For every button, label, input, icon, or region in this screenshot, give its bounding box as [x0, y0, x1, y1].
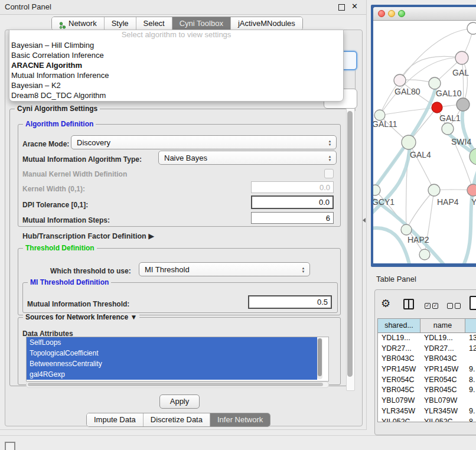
table-cell[interactable]: YIL052C — [420, 417, 465, 423]
float-window-icon[interactable] — [338, 4, 345, 11]
checked-checkboxes-icon[interactable]: ✓✓ — [425, 303, 438, 309]
algorithm-option[interactable]: Basic Correlation Inference — [9, 50, 343, 60]
table-cell[interactable]: YBL079W — [420, 396, 465, 406]
mi-steps-field[interactable]: 6 — [251, 212, 334, 224]
minimized-panel-icon[interactable] — [5, 442, 15, 450]
table-cell[interactable]: YBL079W — [378, 396, 420, 406]
tab-style[interactable]: Style — [104, 17, 136, 30]
tab-jactivemnodules[interactable]: jActiveMNodules — [230, 17, 302, 30]
unchecked-checkboxes-icon[interactable] — [447, 303, 461, 309]
table-cell[interactable]: 9. — [465, 406, 476, 417]
table-cell[interactable]: 12. — [465, 344, 476, 354]
table-cell[interactable] — [465, 354, 476, 364]
close-traffic-light-icon[interactable] — [378, 10, 385, 17]
list-hscrollbar[interactable] — [26, 381, 329, 388]
column-header[interactable]: shared... — [378, 319, 420, 332]
algorithm-option[interactable]: Mutual Information Inference — [9, 70, 343, 80]
table-cell[interactable] — [465, 396, 476, 406]
column-header[interactable]: A — [465, 319, 476, 332]
tab-network[interactable]: Network — [52, 17, 104, 30]
table-cell[interactable]: YBR045C — [378, 385, 420, 396]
table-row[interactable]: YIL052CYIL052C8. — [378, 417, 476, 423]
dpi-tolerance-field[interactable]: 0.0 — [251, 195, 334, 209]
table-cell[interactable]: 9. — [465, 364, 476, 375]
node-gcy1[interactable] — [373, 185, 380, 195]
network-window-titlebar[interactable] — [373, 7, 476, 21]
table-cell[interactable]: 9. — [465, 385, 476, 396]
apply-button[interactable]: Apply — [159, 394, 200, 409]
zoom-traffic-light-icon[interactable] — [398, 10, 405, 17]
node-gal1-red[interactable] — [432, 102, 442, 113]
node[interactable] — [442, 123, 454, 135]
manual-kernel-checkbox[interactable] — [324, 169, 334, 178]
table-cell[interactable]: YPR145W — [378, 364, 420, 375]
network-graph[interactable]: GALGAL80GAL10GAL1GAL11GAL4SWI4GCY1HAP4YH… — [373, 21, 476, 263]
table-row[interactable]: YDR27...YDR27...12. — [378, 344, 476, 354]
node-gal4[interactable] — [402, 135, 416, 149]
node-hap2[interactable] — [401, 224, 412, 235]
table-cell[interactable]: 8. — [465, 417, 476, 423]
algorithm-option[interactable]: ARACNE Algorithm — [9, 60, 343, 70]
node-salmon[interactable] — [467, 184, 476, 196]
tab-cyni-toolbox[interactable]: Cyni Toolbox — [172, 17, 230, 30]
algorithm-option[interactable]: Dream8 DC_TDC Algorithm — [9, 90, 343, 100]
columns-icon[interactable] — [403, 299, 414, 309]
aracne-mode-combo[interactable]: Discovery ▲▼ — [71, 135, 337, 149]
table-row[interactable]: YBL079WYBL079W — [378, 396, 476, 406]
table-row[interactable]: YLR345WYLR345W9. — [378, 406, 476, 417]
algorithm-option[interactable]: Bayesian – K2 — [9, 80, 343, 90]
table-cell[interactable]: 13. — [465, 333, 476, 344]
table-row[interactable]: YER054CYER054C8. — [378, 375, 476, 386]
tab-discretize-data[interactable]: Discretize Data — [143, 413, 210, 426]
table-cell[interactable]: YBR043C — [420, 354, 465, 364]
list-item[interactable]: BetweennessCentrality — [27, 358, 317, 369]
which-threshold-combo[interactable]: MI Threshold ▲▼ — [139, 262, 310, 276]
node[interactable] — [419, 249, 430, 260]
tab-select[interactable]: Select — [136, 17, 172, 30]
network-canvas[interactable]: GALGAL80GAL10GAL1GAL11GAL4SWI4GCY1HAP4YH… — [373, 21, 476, 263]
data-attributes-list[interactable]: SelfLoopsTopologicalCoefficientBetweenne… — [26, 337, 329, 381]
mi-type-combo[interactable]: Naive Bayes ▲▼ — [158, 151, 337, 165]
table-row[interactable]: YPR145WYPR145W9. — [378, 364, 476, 375]
table-cell[interactable]: YER054C — [420, 375, 465, 386]
mi-threshold-field[interactable]: 0.5 — [248, 295, 332, 309]
settings-gear-icon[interactable]: ⚙ — [381, 297, 390, 310]
node[interactable] — [467, 22, 476, 34]
table-row[interactable]: YDL19...YDL19...13. — [378, 333, 476, 344]
table-cell[interactable]: YIL052C — [378, 417, 420, 423]
list-scrollbar[interactable] — [317, 338, 322, 379]
column-header[interactable]: name — [420, 319, 465, 332]
collapse-down-icon[interactable]: ▼ — [130, 313, 137, 321]
tab-impute-data[interactable]: Impute Data — [87, 413, 143, 426]
table-cell[interactable]: 8. — [465, 375, 476, 386]
node-gray[interactable] — [457, 98, 470, 111]
node-gal80[interactable] — [394, 74, 406, 86]
kernel-width-field[interactable]: 0.0 — [251, 181, 334, 193]
table-cell[interactable]: YLR345W — [378, 406, 420, 417]
document-icon[interactable] — [470, 296, 476, 310]
table-cell[interactable]: YDR27... — [378, 344, 420, 354]
node-attribute-table[interactable]: shared...nameA YDL19...YDL19...13.YDR27.… — [377, 318, 476, 422]
table-row[interactable]: YBR045CYBR045C9. — [378, 385, 476, 396]
panel-scrollbar[interactable] — [346, 107, 355, 391]
table-cell[interactable]: YER054C — [378, 375, 420, 386]
table-cell[interactable]: YDR27... — [420, 344, 465, 354]
list-item[interactable]: SelfLoops — [27, 337, 317, 348]
table-cell[interactable]: YLR345W — [420, 406, 465, 417]
table-row[interactable]: YBR043CYBR043C — [378, 354, 476, 364]
node-gal-pink[interactable] — [455, 51, 468, 64]
splitter-collapse-icon[interactable] — [363, 218, 366, 223]
table-cell[interactable]: YDL19... — [420, 333, 465, 344]
tab-infer-network[interactable]: Infer Network — [210, 413, 270, 426]
expand-right-icon[interactable]: ▶ — [148, 231, 154, 240]
node-gal10[interactable] — [429, 77, 441, 89]
close-icon[interactable]: ✕ — [351, 2, 358, 11]
list-item[interactable]: gal4RGexp — [27, 369, 317, 380]
table-cell[interactable]: YBR043C — [378, 354, 420, 364]
hub-section-label[interactable]: Hub/Transcription Factor Definition ▶ — [22, 231, 154, 240]
table-cell[interactable]: YBR045C — [420, 385, 465, 396]
algorithm-option[interactable]: Bayesian – Hill Climbing — [9, 40, 343, 50]
list-item[interactable]: TopologicalCoefficient — [27, 348, 317, 358]
table-cell[interactable]: YPR145W — [420, 364, 465, 375]
table-cell[interactable]: YDL19... — [378, 333, 420, 344]
